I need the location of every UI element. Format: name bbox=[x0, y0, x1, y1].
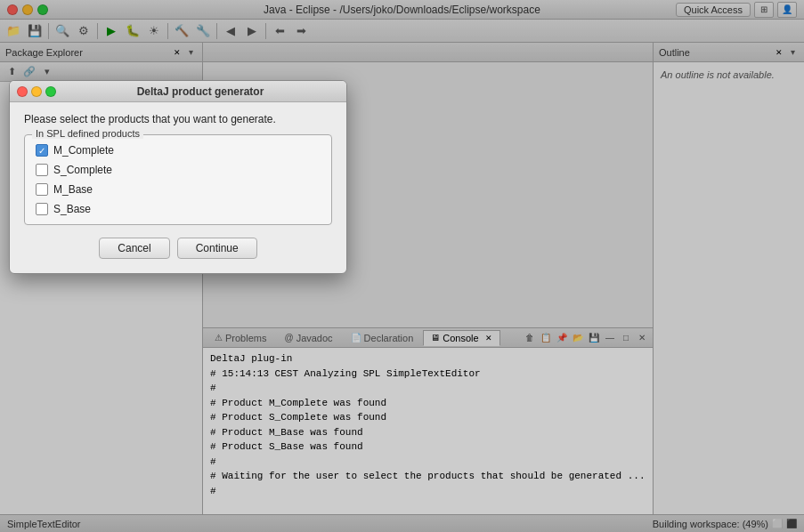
checkbox-s-base[interactable] bbox=[36, 203, 48, 215]
checkbox-s-complete-label[interactable]: S_Complete bbox=[53, 164, 112, 176]
dialog-max-button[interactable] bbox=[45, 86, 56, 97]
checkbox-row-m-base: M_Base bbox=[36, 183, 321, 196]
dialog-close-button[interactable] bbox=[17, 86, 28, 97]
dialog-buttons: Cancel Continue bbox=[24, 238, 332, 262]
checkbox-m-base-label[interactable]: M_Base bbox=[53, 183, 93, 196]
continue-button[interactable]: Continue bbox=[177, 238, 257, 259]
checkbox-s-base-label[interactable]: S_Base bbox=[53, 203, 91, 215]
checkbox-row-s-base: S_Base bbox=[36, 203, 321, 215]
dialog-group-legend: In SPL defined products bbox=[32, 128, 143, 139]
checkbox-s-complete[interactable] bbox=[36, 164, 48, 176]
checkbox-row-m-complete: M_Complete bbox=[36, 144, 321, 157]
dialog-instruction: Please select the products that you want… bbox=[24, 113, 332, 125]
checkbox-m-complete[interactable] bbox=[36, 144, 48, 157]
dialog-body: Please select the products that you want… bbox=[10, 102, 346, 273]
dialog-window-controls bbox=[17, 86, 56, 97]
product-generator-dialog: DeltaJ product generator Please select t… bbox=[9, 80, 347, 274]
dialog-title-bar: DeltaJ product generator bbox=[10, 81, 346, 102]
dialog-checkbox-group: In SPL defined products M_Complete S_Com… bbox=[24, 134, 332, 225]
dialog-min-button[interactable] bbox=[31, 86, 42, 97]
checkbox-m-complete-label[interactable]: M_Complete bbox=[53, 144, 114, 157]
dialog-overlay: DeltaJ product generator Please select t… bbox=[0, 0, 804, 532]
checkbox-row-s-complete: S_Complete bbox=[36, 164, 321, 176]
checkbox-m-base[interactable] bbox=[36, 183, 48, 196]
dialog-title-text: DeltaJ product generator bbox=[61, 85, 339, 98]
cancel-button[interactable]: Cancel bbox=[99, 238, 169, 259]
